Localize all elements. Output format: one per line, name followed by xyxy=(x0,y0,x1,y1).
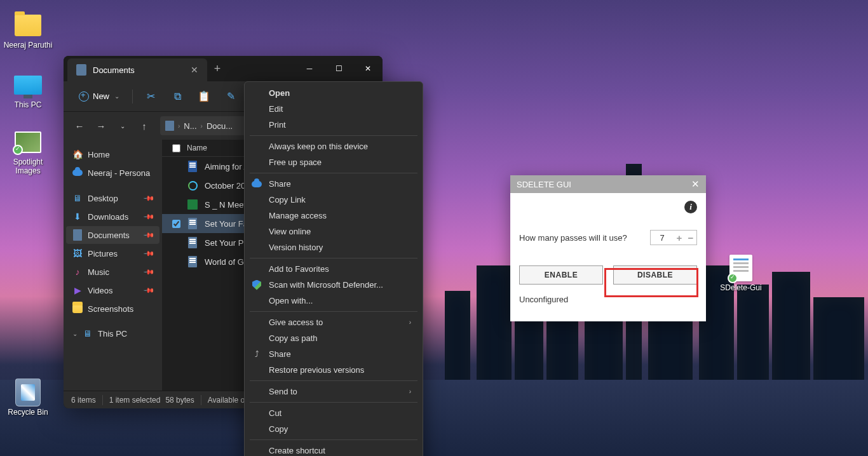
tab-documents[interactable]: Documents ✕ xyxy=(67,58,207,81)
ctx-open-with[interactable]: Open with... xyxy=(245,293,423,309)
shield-icon xyxy=(251,279,262,291)
desktop-icon: 🖥 xyxy=(72,193,83,203)
close-button[interactable]: ✕ xyxy=(353,56,383,81)
up-button[interactable]: ↑ xyxy=(135,116,154,135)
sidebar-item-downloads[interactable]: ⬇Downloads📌 xyxy=(66,208,159,225)
desktop-icon-this-pc[interactable]: This PC xyxy=(3,71,53,109)
paste-button[interactable]: 📋 xyxy=(193,86,215,107)
document-icon xyxy=(187,255,198,268)
ctx-free-up[interactable]: Free up space xyxy=(245,154,423,170)
file-checkbox[interactable] xyxy=(172,220,180,228)
ctx-copy[interactable]: Copy xyxy=(245,421,423,437)
sidebar: 🏠Home Neeraj - Persona 🖥Desktop📌 ⬇Downlo… xyxy=(64,140,162,391)
disable-button[interactable]: DISABLE xyxy=(613,265,697,285)
document-icon xyxy=(187,236,198,249)
ctx-copy-link[interactable]: Copy Link xyxy=(245,192,423,208)
sidebar-item-videos[interactable]: ▶Videos📌 xyxy=(66,281,159,299)
ctx-always-keep[interactable]: Always keep on this device xyxy=(245,138,423,154)
document-icon xyxy=(726,254,756,282)
ctx-send-to[interactable]: Send to› xyxy=(245,384,423,399)
minimize-button[interactable]: ─ xyxy=(295,56,324,81)
close-tab-icon[interactable]: ✕ xyxy=(191,65,198,75)
sidebar-item-home[interactable]: 🏠Home xyxy=(66,145,159,163)
chevron-right-icon: › xyxy=(409,388,411,395)
cut-button[interactable]: ✂ xyxy=(139,86,162,107)
desktop-icon-spotlight[interactable]: Spotlight Images xyxy=(3,128,53,176)
folder-icon xyxy=(72,304,83,314)
copy-button[interactable]: ⧉ xyxy=(166,86,189,107)
passes-value: 7 xyxy=(651,233,674,243)
ctx-create-shortcut[interactable]: Create shortcut xyxy=(245,443,423,456)
pin-icon: 📌 xyxy=(142,265,154,278)
folder-icon xyxy=(13,11,43,39)
ctx-manage-access[interactable]: Manage access xyxy=(245,208,423,224)
close-button[interactable]: ✕ xyxy=(691,178,700,190)
ctx-defender-scan[interactable]: Scan with Microsoft Defender... xyxy=(245,277,423,293)
pin-icon: 📌 xyxy=(142,210,154,222)
desktop-icon-user-folder[interactable]: Neeraj Paruthi xyxy=(3,11,53,50)
ctx-copy-path[interactable]: Copy as path xyxy=(245,330,423,346)
sdelete-title: SDELETE GUI xyxy=(517,180,571,189)
new-button[interactable]: New ⌄ xyxy=(72,88,126,105)
pin-icon: 📌 xyxy=(142,247,154,259)
ctx-version-history[interactable]: Version history xyxy=(245,239,423,255)
download-icon: ⬇ xyxy=(72,211,83,222)
new-label: New xyxy=(93,91,109,101)
enable-button[interactable]: ENABLE xyxy=(519,265,603,285)
context-menu: Open Edit Print Always keep on this devi… xyxy=(244,81,423,456)
sidebar-item-documents[interactable]: Documents📌 xyxy=(66,226,159,244)
sdelete-window: SDELETE GUI ✕ i How many passes will it … xyxy=(510,175,706,321)
sidebar-item-pictures[interactable]: 🖼Pictures📌 xyxy=(66,245,159,262)
sidebar-item-screenshots[interactable]: Screenshots xyxy=(66,300,159,318)
info-icon[interactable]: i xyxy=(684,201,697,213)
ctx-print[interactable]: Print xyxy=(245,117,423,133)
titlebar[interactable]: Documents ✕ + ─ ☐ ✕ xyxy=(64,56,383,81)
sdelete-titlebar[interactable]: SDELETE GUI ✕ xyxy=(510,175,706,193)
ctx-open[interactable]: Open xyxy=(245,85,423,101)
passes-stepper[interactable]: 7 + − xyxy=(650,230,697,245)
monitor-icon xyxy=(13,71,43,99)
monitor-icon: 🖥 xyxy=(83,328,93,339)
ctx-cut[interactable]: Cut xyxy=(245,405,423,421)
ctx-share[interactable]: ⤴Share xyxy=(245,346,423,362)
rename-button[interactable]: ✎ xyxy=(219,86,242,107)
sidebar-item-this-pc[interactable]: ⌄🖥This PC xyxy=(66,325,159,342)
ctx-add-favorites[interactable]: Add to Favorites xyxy=(245,261,423,277)
chevron-down-icon: ⌄ xyxy=(72,330,78,337)
select-all-checkbox[interactable] xyxy=(172,144,180,152)
status-count: 6 items xyxy=(71,396,96,405)
ctx-restore-versions[interactable]: Restore previous versions xyxy=(245,362,423,378)
sidebar-item-onedrive[interactable]: Neeraj - Persona xyxy=(66,164,159,182)
desktop-icon-label: Spotlight Images xyxy=(3,158,53,176)
chevron-down-icon: ⌄ xyxy=(114,93,119,100)
ctx-edit[interactable]: Edit xyxy=(245,101,423,117)
column-name[interactable]: Name xyxy=(187,144,207,152)
increment-button[interactable]: + xyxy=(674,232,685,243)
photo-icon xyxy=(13,128,43,156)
ctx-give-access[interactable]: Give access to› xyxy=(245,314,423,330)
sidebar-item-music[interactable]: ♪Music📌 xyxy=(66,263,159,281)
pin-icon: 📌 xyxy=(142,284,154,296)
desktop-icon-label: SDelete-Gui xyxy=(715,283,766,292)
desktop-icon-label: Neeraj Paruthi xyxy=(3,41,53,50)
desktop-icon-label: This PC xyxy=(3,100,53,109)
recent-button[interactable]: ⌄ xyxy=(113,116,132,135)
breadcrumb-seg[interactable]: N... xyxy=(184,121,196,131)
cloud-icon xyxy=(72,168,83,178)
sidebar-item-desktop[interactable]: 🖥Desktop📌 xyxy=(66,189,159,207)
maximize-button[interactable]: ☐ xyxy=(324,56,353,81)
desktop-icon-label: Recycle Bin xyxy=(3,408,53,417)
decrement-button[interactable]: − xyxy=(685,232,696,243)
forward-button[interactable]: → xyxy=(92,116,111,135)
breadcrumb-seg[interactable]: Docu... xyxy=(207,121,233,131)
desktop-icon-recycle-bin[interactable]: Recycle Bin xyxy=(3,379,53,417)
new-tab-button[interactable]: + xyxy=(207,56,227,81)
tab-title: Documents xyxy=(93,65,184,75)
ctx-view-online[interactable]: View online xyxy=(245,224,423,239)
pin-icon: 📌 xyxy=(142,192,154,204)
chevron-right-icon: › xyxy=(178,123,180,130)
back-button[interactable]: ← xyxy=(70,116,89,135)
ctx-share-onedrive[interactable]: Share xyxy=(245,176,423,192)
status-size: 58 bytes xyxy=(165,396,194,405)
desktop-icon-sdelete-gui[interactable]: SDelete-Gui xyxy=(715,254,766,292)
